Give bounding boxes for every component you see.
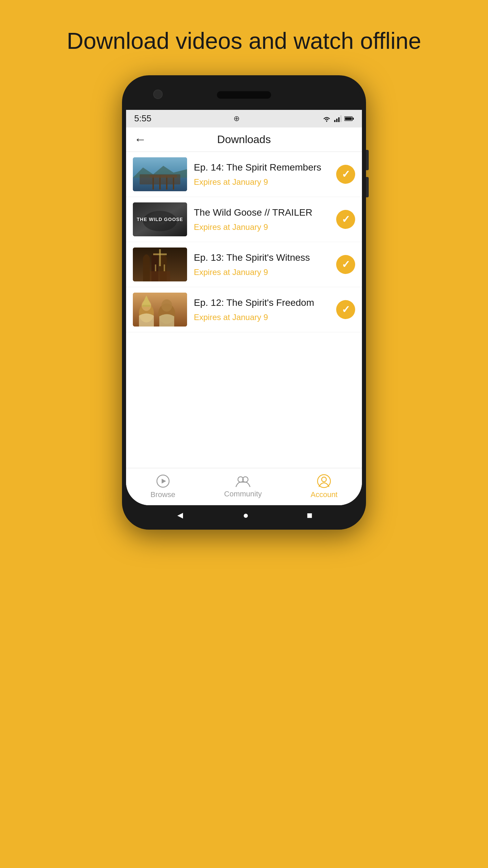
download-item-2[interactable]: THE WILD GOOSE The Wild Goose // TRAILER… (126, 197, 362, 242)
download-info-2: The Wild Goose // TRAILER Expires at Jan… (194, 206, 329, 232)
volume-down-button (366, 177, 369, 197)
hw-back-button[interactable]: ◄ (176, 510, 185, 521)
svg-point-28 (161, 299, 172, 312)
download-title-3: Ep. 13: The Spirit's Witness (194, 252, 329, 264)
svg-rect-20 (150, 271, 170, 281)
nav-item-community[interactable]: Community (224, 475, 262, 498)
status-bar: 5:55 ⊕ (126, 110, 362, 127)
download-item[interactable]: Ep. 14: The Spirit Remembers Expires at … (126, 152, 362, 197)
account-label: Account (310, 490, 338, 499)
svg-rect-22 (164, 264, 165, 271)
thumbnail-1 (133, 157, 187, 191)
nav-item-browse[interactable]: Browse (150, 474, 175, 499)
download-info-4: Ep. 12: The Spirit's Freedom Expires at … (194, 297, 329, 322)
svg-point-34 (322, 477, 326, 482)
download-expiry-2: Expires at January 9 (194, 222, 329, 232)
back-button[interactable]: ← (134, 132, 146, 146)
download-title-2: The Wild Goose // TRAILER (194, 206, 329, 219)
signal-icon (334, 115, 342, 122)
status-media-icon: ⊕ (233, 114, 240, 123)
download-check-1[interactable]: ✓ (336, 165, 355, 184)
download-title-4: Ep. 12: The Spirit's Freedom (194, 297, 329, 309)
svg-rect-6 (345, 117, 352, 120)
community-label: Community (224, 490, 262, 498)
wild-goose-text: THE WILD GOOSE (137, 217, 183, 222)
checkmark-icon-1: ✓ (342, 168, 350, 180)
download-expiry-4: Expires at January 9 (194, 313, 329, 322)
download-check-3[interactable]: ✓ (336, 255, 355, 274)
thumbnail-3 (133, 248, 187, 281)
download-item-4[interactable]: Ep. 12: The Spirit's Freedom Expires at … (126, 287, 362, 332)
front-camera (153, 90, 163, 99)
svg-rect-2 (338, 117, 340, 122)
svg-rect-3 (340, 115, 342, 122)
hw-home-button[interactable]: ● (243, 510, 249, 521)
page-headline: Download videos and watch offline (40, 27, 448, 55)
hw-recents-button[interactable]: ■ (307, 510, 312, 521)
bottom-nav: Browse Community Account (126, 468, 362, 505)
battery-icon (344, 116, 354, 121)
svg-rect-21 (155, 264, 156, 271)
status-time: 5:55 (134, 113, 151, 124)
svg-rect-7 (133, 157, 187, 178)
thumbnail-2: THE WILD GOOSE (133, 202, 187, 236)
svg-rect-1 (336, 119, 338, 122)
svg-rect-13 (150, 175, 177, 178)
community-icon (235, 475, 251, 488)
checkmark-icon-3: ✓ (342, 258, 350, 270)
download-check-2[interactable]: ✓ (336, 210, 355, 229)
account-icon (317, 474, 331, 488)
svg-rect-26 (142, 305, 150, 307)
phone-speaker (217, 91, 271, 99)
thumbnail-scene-3 (133, 248, 187, 281)
wifi-icon (322, 115, 331, 122)
download-expiry-1: Expires at January 9 (194, 177, 329, 187)
download-info-1: Ep. 14: The Spirit Remembers Expires at … (194, 161, 329, 186)
thumbnail-scene-4 (133, 293, 187, 327)
browse-icon (156, 474, 170, 488)
download-expiry-3: Expires at January 9 (194, 268, 329, 277)
download-info-3: Ep. 13: The Spirit's Witness Expires at … (194, 252, 329, 277)
side-buttons (366, 150, 369, 197)
phone-frame: 5:55 ⊕ (122, 75, 366, 530)
checkmark-icon-2: ✓ (342, 213, 350, 225)
checkmark-icon-4: ✓ (342, 303, 350, 315)
svg-marker-30 (162, 479, 166, 484)
thumbnail-4 (133, 293, 187, 327)
svg-rect-0 (334, 120, 336, 122)
nav-item-account[interactable]: Account (310, 474, 338, 499)
downloads-list: Ep. 14: The Spirit Remembers Expires at … (126, 152, 362, 468)
nav-title: Downloads (217, 133, 271, 146)
nav-header: ← Downloads (126, 127, 362, 152)
status-icons (322, 115, 354, 122)
download-item-3[interactable]: Ep. 13: The Spirit's Witness Expires at … (126, 242, 362, 287)
phone-screen: 5:55 ⊕ (126, 110, 362, 505)
svg-rect-5 (352, 118, 354, 120)
thumbnail-scene-1 (133, 157, 187, 191)
phone-top-bar (126, 79, 362, 110)
download-check-4[interactable]: ✓ (336, 300, 355, 319)
browse-label: Browse (150, 490, 175, 499)
volume-up-button (366, 150, 369, 170)
phone-bottom-bar: ◄ ● ■ (126, 505, 362, 526)
download-title-1: Ep. 14: The Spirit Remembers (194, 161, 329, 174)
